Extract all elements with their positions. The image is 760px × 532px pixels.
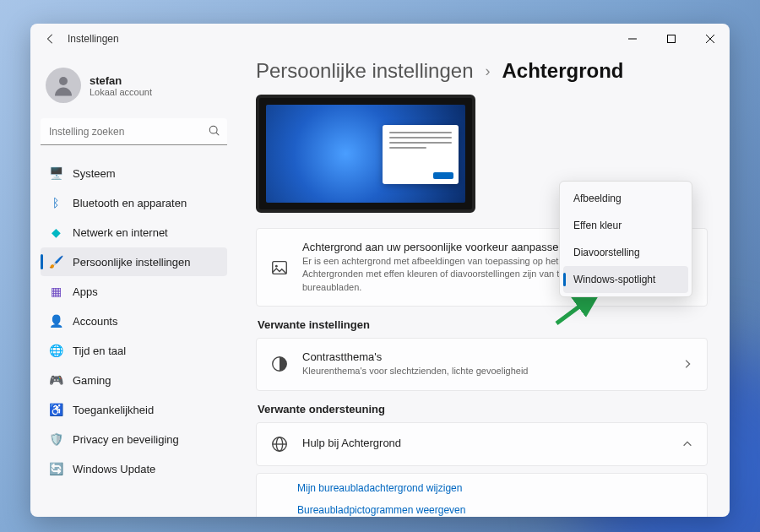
user-name: stefan xyxy=(90,74,152,87)
arrow-left-icon xyxy=(45,33,57,45)
search-box xyxy=(41,118,227,145)
sidebar-item-label: Windows Update xyxy=(73,463,155,475)
nav-icon: 🖥️ xyxy=(49,166,62,180)
sidebar-item-label: Privacy en beveiliging xyxy=(73,433,179,446)
link-change-wallpaper[interactable]: Mijn bureaubladachtergrond wijzigen xyxy=(297,477,693,499)
nav-icon: 🎮 xyxy=(49,373,62,387)
chevron-right-icon: › xyxy=(485,62,490,80)
chevron-right-icon xyxy=(681,358,693,370)
main-content: Persoonlijke instellingen › Achtergrond … xyxy=(237,54,730,517)
sidebar: stefan Lokaal account 🖥️SysteemᛒBluetoot… xyxy=(30,54,237,517)
dropdown-option-windows-spotlight[interactable]: Windows-spotlight xyxy=(563,266,688,293)
nav-icon: 🛡️ xyxy=(49,432,62,446)
contrast-themes-card[interactable]: Contrastthema's Kleurenthema's voor slec… xyxy=(256,338,708,390)
svg-point-2 xyxy=(59,77,68,85)
maximize-icon xyxy=(667,35,676,43)
back-button[interactable] xyxy=(37,25,64,52)
help-background-card[interactable]: Hulp bij Achtergrond xyxy=(256,422,708,466)
breadcrumb: Persoonlijke instellingen › Achtergrond xyxy=(256,59,708,83)
minimize-icon xyxy=(628,35,637,43)
sidebar-item-tijd-en-taal[interactable]: 🌐Tijd en taal xyxy=(41,336,227,365)
help-links: Mijn bureaubladachtergrond wijzigen Bure… xyxy=(256,473,708,517)
globe-icon xyxy=(270,435,289,453)
sidebar-item-privacy-en-beveiliging[interactable]: 🛡️Privacy en beveiliging xyxy=(41,425,227,453)
nav-list: 🖥️SysteemᛒBluetooth en apparaten◆Netwerk… xyxy=(41,159,227,483)
dropdown-option-diavoorstelling[interactable]: Diavoorstelling xyxy=(563,239,688,266)
minimize-button[interactable] xyxy=(613,24,652,54)
svg-rect-1 xyxy=(668,35,676,43)
background-type-dropdown: AfbeeldingEffen kleurDiavoorstellingWind… xyxy=(559,181,692,297)
chevron-up-icon xyxy=(681,438,693,450)
search-icon xyxy=(209,125,220,137)
nav-icon: ▦ xyxy=(49,285,62,298)
card-description: Kleurenthema's voor slechtzienden, licht… xyxy=(302,365,668,377)
svg-line-4 xyxy=(216,133,219,135)
sidebar-item-label: Accounts xyxy=(73,315,117,328)
breadcrumb-current: Achtergrond xyxy=(502,59,623,83)
close-button[interactable] xyxy=(691,24,730,54)
user-subtitle: Lokaal account xyxy=(90,87,152,97)
preview-window-mock xyxy=(383,125,459,184)
nav-icon: 🖌️ xyxy=(49,255,62,269)
sidebar-item-label: Tijd en taal xyxy=(73,345,126,357)
contrast-icon xyxy=(270,355,289,373)
window-controls xyxy=(613,24,730,54)
close-icon xyxy=(706,35,714,43)
dropdown-option-afbeelding[interactable]: Afbeelding xyxy=(563,185,688,212)
sidebar-item-label: Systeem xyxy=(73,167,116,180)
sidebar-item-label: Persoonlijke instellingen xyxy=(73,256,190,269)
window-body: stefan Lokaal account 🖥️SysteemᛒBluetoot… xyxy=(30,54,730,517)
person-icon xyxy=(51,73,76,98)
svg-point-6 xyxy=(275,264,278,267)
section-heading-related-settings: Verwante instellingen xyxy=(258,318,708,331)
maximize-button[interactable] xyxy=(652,24,691,54)
card-title: Hulp bij Achtergrond xyxy=(302,437,668,449)
search-input[interactable] xyxy=(41,118,227,145)
desktop-preview xyxy=(256,95,475,213)
card-title: Contrastthema's xyxy=(302,350,668,363)
sidebar-item-label: Apps xyxy=(73,285,98,298)
avatar xyxy=(46,68,81,103)
sidebar-item-persoonlijke-instellingen[interactable]: 🖌️Persoonlijke instellingen xyxy=(41,247,227,276)
window-title: Instellingen xyxy=(68,33,119,45)
section-heading-related-support: Verwante ondersteuning xyxy=(258,403,708,415)
nav-icon: 👤 xyxy=(49,314,62,328)
sidebar-item-label: Gaming xyxy=(73,374,111,387)
breadcrumb-parent[interactable]: Persoonlijke instellingen xyxy=(256,59,473,83)
nav-icon: ♿ xyxy=(49,403,62,416)
sidebar-item-label: Toegankelijkheid xyxy=(73,404,154,416)
sidebar-item-label: Bluetooth en apparaten xyxy=(73,197,187,209)
sidebar-item-netwerk-en-internet[interactable]: ◆Netwerk en internet xyxy=(41,218,227,247)
sidebar-item-windows-update[interactable]: 🔄Windows Update xyxy=(41,454,227,483)
nav-icon: ᛒ xyxy=(49,196,62,209)
dropdown-option-effen-kleur[interactable]: Effen kleur xyxy=(563,212,688,239)
settings-window: Instellingen stefan Lokaal account 🖥️ xyxy=(30,24,730,517)
sidebar-item-systeem[interactable]: 🖥️Systeem xyxy=(41,159,227,187)
sidebar-item-apps[interactable]: ▦Apps xyxy=(41,277,227,306)
sidebar-item-gaming[interactable]: 🎮Gaming xyxy=(41,366,227,394)
nav-icon: ◆ xyxy=(49,225,62,239)
sidebar-item-toegankelijkheid[interactable]: ♿Toegankelijkheid xyxy=(41,395,227,424)
user-profile[interactable]: stefan Lokaal account xyxy=(41,61,227,115)
sidebar-item-label: Netwerk en internet xyxy=(73,226,168,239)
nav-icon: 🔄 xyxy=(49,462,62,475)
nav-icon: 🌐 xyxy=(49,344,62,357)
titlebar: Instellingen xyxy=(30,24,730,54)
sidebar-item-bluetooth-en-apparaten[interactable]: ᛒBluetooth en apparaten xyxy=(41,188,227,217)
sidebar-item-accounts[interactable]: 👤Accounts xyxy=(41,307,227,335)
image-icon xyxy=(270,258,289,277)
svg-point-3 xyxy=(209,126,217,133)
link-show-desktop-icons[interactable]: Bureaubladpictogrammen weergeven xyxy=(297,499,693,517)
